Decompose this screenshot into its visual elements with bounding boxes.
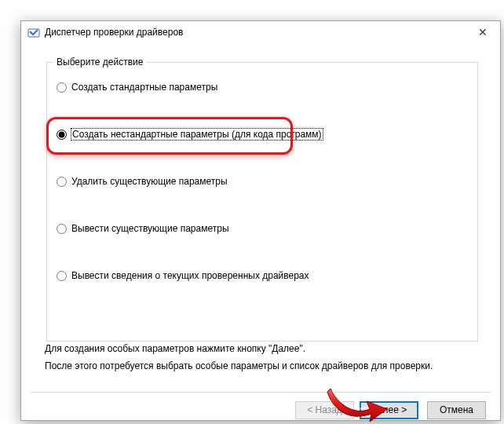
cancel-button[interactable]: Отмена bbox=[427, 401, 486, 419]
radio-show-existing-label: Вывести существующие параметры bbox=[71, 223, 229, 234]
radio-delete-existing-input[interactable] bbox=[57, 177, 67, 187]
titlebar: Диспетчер проверки драйверов ✕ bbox=[21, 21, 500, 46]
close-button[interactable]: ✕ bbox=[465, 21, 500, 45]
window-title: Диспетчер проверки драйверов bbox=[45, 27, 183, 38]
radio-create-standard-label: Создать стандартные параметры bbox=[71, 82, 217, 93]
radio-create-standard[interactable]: Создать стандартные параметры bbox=[57, 80, 468, 94]
radio-create-custom-input[interactable] bbox=[57, 130, 67, 140]
radio-create-custom[interactable]: Создать нестандартные параметры (для код… bbox=[57, 127, 468, 141]
back-button: < Назад bbox=[295, 401, 354, 419]
separator bbox=[31, 392, 491, 393]
radio-show-existing[interactable]: Вывести существующие параметры bbox=[57, 221, 468, 236]
app-icon bbox=[27, 27, 40, 39]
client-area: Выберите действие Создать стандартные па… bbox=[21, 45, 500, 420]
help-text-1: Для создания особых параметров нажмите к… bbox=[45, 343, 480, 354]
group-caption: Выберите действие bbox=[53, 57, 146, 68]
radio-delete-existing-label: Удалить существующие параметры bbox=[71, 176, 228, 187]
window-frame: Диспетчер проверки драйверов ✕ Выберите … bbox=[20, 20, 501, 421]
radio-create-custom-label: Создать нестандартные параметры (для код… bbox=[71, 129, 323, 140]
radio-delete-existing[interactable]: Удалить существующие параметры bbox=[57, 174, 468, 188]
help-text-2: После этого потребуется выбрать особые п… bbox=[45, 360, 480, 371]
radio-show-info-input[interactable] bbox=[57, 271, 67, 281]
radio-show-existing-input[interactable] bbox=[57, 224, 67, 234]
next-button[interactable]: Далее > bbox=[360, 401, 418, 419]
action-groupbox: Выберите действие Создать стандартные па… bbox=[46, 62, 478, 342]
radio-create-standard-input[interactable] bbox=[57, 82, 67, 93]
radio-show-info[interactable]: Вывести сведения о текущих проверенных д… bbox=[57, 269, 468, 283]
radio-show-info-label: Вывести сведения о текущих проверенных д… bbox=[71, 270, 309, 281]
